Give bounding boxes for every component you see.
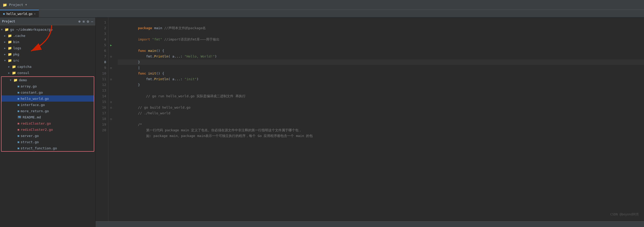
line-num-20: 20 [96, 127, 108, 133]
bin-folder-icon: 📁 [8, 40, 12, 44]
fold-icon-9[interactable]: ⊟ [110, 67, 112, 69]
editor-area: 1 2 3 4 5 6 7 8 9 10 11 12 13 14 15 16 1… [96, 18, 644, 227]
go-file-icon-struct-function: ▣ [18, 147, 19, 150]
fold-icon-16[interactable]: ⊟ [110, 106, 112, 109]
gutter-3 [108, 31, 114, 37]
editor-content: 1 2 3 4 5 6 7 8 9 10 11 12 13 14 15 16 1… [96, 18, 644, 221]
chevron-right-icon: ▶ [4, 34, 8, 37]
arrow-container: ▶ 📁 pkg [0, 51, 95, 57]
gutter-9-fold[interactable]: ⊟ [108, 65, 114, 71]
fold-icon-15[interactable]: ⊟ [110, 101, 112, 103]
tree-item-constant-go[interactable]: ▣ constant.go [2, 89, 94, 95]
gutter-18-fold[interactable]: ⊟ [108, 116, 114, 122]
server-go-label: server.go [21, 134, 39, 138]
tree-item-redis-cluster-go[interactable]: ▣ redisCluster.go [2, 120, 94, 126]
code-line-15: // go build hello_world.go [118, 99, 644, 105]
gutter-16-fold[interactable]: ⊟ [108, 105, 114, 110]
tree-item-hello-world-go[interactable]: ▣ hello_world.go [2, 95, 94, 102]
root-folder-icon: 📁 [5, 28, 9, 31]
fold-icon-11[interactable]: ⊟ [110, 78, 112, 81]
tree-item-server-go[interactable]: ▣ server.go [2, 133, 94, 139]
src-folder-icon: 📁 [8, 59, 12, 62]
hello-world-go-label: hello_world.go [21, 97, 49, 101]
tree-item-logs[interactable]: ▶ 📁 logs [0, 45, 95, 51]
status-bar [96, 221, 644, 227]
tree-item-interface-go[interactable]: ▣ interface.go [2, 102, 94, 108]
code-line-8: | [118, 59, 644, 65]
tab-bar: ● hello_world.go ✕ [0, 10, 644, 18]
gutter-7-fold[interactable]: ⊟ [108, 54, 114, 59]
line-num-17: 17 [96, 110, 108, 116]
gutter-12 [108, 82, 114, 88]
tab-hello-world[interactable]: ● hello_world.go ✕ [0, 10, 39, 17]
tree-item-redis-cluster2-go[interactable]: ▣ redisCluster2.go [2, 126, 94, 133]
line-num-1: 1 [96, 20, 108, 25]
tree-item-bin[interactable]: ▶ 📁 bin [0, 39, 95, 45]
project-label: Project [9, 3, 23, 7]
add-icon[interactable]: ⊕ [78, 19, 80, 23]
bin-label: bin [13, 40, 19, 44]
gutter-20 [108, 127, 114, 133]
tree-item-cache[interactable]: ▶ 📁 .cache [0, 33, 95, 39]
gutter-1 [108, 20, 114, 25]
gutter-13 [108, 88, 114, 93]
gutter-5-run[interactable]: ▶ [108, 42, 114, 48]
line-num-3: 3 [96, 31, 108, 37]
gutter-15-fold[interactable]: ⊟ [108, 99, 114, 105]
chevron-right-icon: ▶ [4, 47, 8, 50]
line-num-14: 14 [96, 93, 108, 99]
line-num-8: 8 [96, 59, 108, 65]
line-num-5: 5 [96, 42, 108, 48]
logs-label: logs [13, 46, 21, 50]
tree-item-src[interactable]: ▼ 📁 src [0, 57, 95, 63]
gutter-4 [108, 37, 114, 42]
code-line-1: package main //声明本文件的package名 [118, 20, 644, 25]
fold-icon-18[interactable]: ⊟ [110, 118, 112, 120]
interface-go-label: interface.go [21, 103, 45, 107]
go-file-icon-interface: ▣ [18, 103, 19, 107]
sidebar-title: Project [2, 20, 15, 23]
tree-item-pkg[interactable]: ▶ 📁 pkg [0, 51, 95, 57]
gutter-14 [108, 93, 114, 99]
tree-root[interactable]: ▼ 📁 go ~/ideaWorkspace/go [0, 26, 95, 33]
tree-item-captcha[interactable]: ▶ 📁 captcha [0, 63, 95, 70]
settings-icon[interactable]: ⚙ [87, 19, 89, 23]
chevron-right-icon: ▶ [4, 53, 8, 56]
tree-item-consul[interactable]: ▶ 📁 consul [0, 70, 95, 76]
chevron-right-icon: ▶ [8, 71, 12, 74]
tree-item-struct-go[interactable]: ▣ struct.go [2, 139, 94, 145]
go-file-icon-redis-cluster2: ▣ [18, 128, 19, 131]
code-line-9: func init() { [118, 65, 644, 71]
tree-item-more-return-go[interactable]: ▣ more_return.go [2, 108, 94, 114]
src-label: src [13, 59, 19, 62]
code-line-19: 第一行代码 package main 定义了包名。你必须在源文件中非注释的第一行… [118, 122, 644, 127]
gutter-8 [108, 59, 114, 65]
line-num-4: 4 [96, 37, 108, 42]
code-line-10: fmt.Println( a...: "init") [118, 71, 644, 76]
gutter-11-fold[interactable]: ⊟ [108, 76, 114, 82]
chevron-right-icon: ▶ [4, 40, 8, 43]
sidebar-header: Project ⊕ ≡ ⚙ – [0, 18, 95, 25]
sidebar-tree: ▼ 📁 go ~/ideaWorkspace/go ▶ 📁 .cache ▶ 📁… [0, 25, 95, 227]
tree-item-array-go[interactable]: ▣ array.go [2, 83, 94, 89]
dropdown-icon[interactable]: ▼ [25, 3, 27, 6]
line-num-7: 7 [96, 54, 108, 59]
minimize-icon[interactable]: – [91, 19, 93, 23]
tree-item-readme-md[interactable]: MD README.md [2, 114, 94, 120]
consul-label: consul [17, 71, 29, 75]
fold-icon-7[interactable]: ⊟ [110, 55, 112, 58]
go-file-icon-more-return: ▣ [18, 109, 19, 113]
code-editor[interactable]: package main //声明本文件的package名 import "fm… [114, 18, 644, 221]
go-file-icon-array: ▣ [18, 85, 19, 88]
go-file-icon-redis-cluster: ▣ [18, 122, 19, 125]
title-bar: 📁 Project ▼ [0, 0, 644, 10]
line-num-11: 11 [96, 76, 108, 82]
tree-item-struct-function-go[interactable]: ▣ struct_function.go [2, 145, 94, 151]
run-button[interactable]: ▶ [110, 44, 112, 47]
chevron-down-icon: ▼ [4, 59, 8, 62]
gutter-17 [108, 110, 114, 116]
layout-icon[interactable]: ≡ [83, 19, 85, 23]
tree-item-demo[interactable]: ▼ 📁 demo [2, 77, 94, 83]
main-content: Project ⊕ ≡ ⚙ – ▼ 📁 go ~/ideaWorkspace/g… [0, 18, 644, 227]
tab-close-button[interactable]: ✕ [34, 12, 36, 15]
